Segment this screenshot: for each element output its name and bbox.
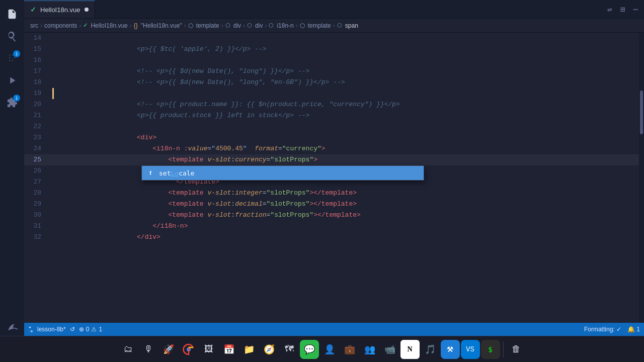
breadcrumb-i18n-n[interactable]: i18n-n bbox=[277, 22, 293, 29]
code-line-31[interactable]: 31 </div> bbox=[24, 221, 639, 232]
branch-item[interactable]: lesson-8b* bbox=[28, 326, 66, 333]
code-line-32[interactable]: 32 bbox=[24, 232, 639, 243]
gutter-31 bbox=[49, 221, 56, 232]
contacts-dock-icon[interactable]: 👤 bbox=[320, 340, 339, 359]
xcode-dock-icon[interactable]: ⚒ bbox=[441, 340, 460, 359]
formatter-item[interactable]: Formatting: ✓ bbox=[584, 326, 621, 333]
safari-dock-icon[interactable]: 🧭 bbox=[260, 340, 279, 359]
breadcrumb-template-icon2: ⬡ bbox=[300, 22, 305, 29]
code-line-29[interactable]: 29 <template v-slot:fraction="slotProps"… bbox=[24, 199, 639, 210]
source-control-toolbar-icon[interactable]: ⇌ bbox=[605, 3, 614, 17]
breadcrumb-quoted-filename[interactable]: "HelloI18n.vue" bbox=[141, 22, 182, 29]
code-line-22[interactable]: 22 <div> bbox=[24, 121, 639, 132]
breadcrumb-div1[interactable]: div bbox=[233, 22, 241, 29]
code-line-16[interactable]: 16 <!-- <p>{{ $d(new Date(), "long") }}<… bbox=[24, 55, 639, 66]
notion-dock-icon[interactable]: N bbox=[400, 340, 420, 359]
line-num-30: 30 bbox=[24, 210, 49, 221]
status-right: Formatting: ✓ 🔔 1 bbox=[584, 326, 640, 333]
photos-dock-icon[interactable]: 🖼 bbox=[199, 340, 218, 359]
autocomplete-item-icon: f bbox=[146, 168, 155, 177]
files-icon[interactable] bbox=[2, 4, 22, 24]
line-content-25: <span>{{slo}}</span> bbox=[56, 154, 639, 165]
breadcrumb-sep1: › bbox=[40, 22, 42, 29]
line-content-16: <!-- <p>{{ $d(new Date(), "long") }}</p>… bbox=[56, 55, 639, 66]
error-count: 0 bbox=[86, 326, 90, 333]
breadcrumb-filename[interactable]: HelloI18n.vue bbox=[91, 22, 127, 29]
line-num-25: 25 bbox=[24, 154, 49, 165]
siri-dock-icon[interactable]: 🎙 bbox=[139, 340, 158, 359]
vue-file-icon: ✓ bbox=[83, 22, 88, 29]
line-num-24: 24 bbox=[24, 143, 49, 154]
gutter-20 bbox=[49, 99, 56, 110]
music-dock-icon[interactable]: 🎵 bbox=[421, 340, 440, 359]
code-line-30[interactable]: 30 </i18n-n> bbox=[24, 210, 639, 221]
code-line-28[interactable]: 28 <template v-slot:decimal="slotProps">… bbox=[24, 188, 639, 199]
remote-icon[interactable] bbox=[2, 316, 22, 336]
line-content-24: <template v-slot:currency="slotProps"> bbox=[56, 143, 639, 154]
line-content-22: <div> bbox=[56, 121, 639, 132]
autocomplete-dropdown[interactable]: f setLocale bbox=[141, 165, 424, 180]
vscode-dock-icon[interactable]: VS bbox=[461, 340, 480, 359]
line-num-16: 16 bbox=[24, 55, 49, 66]
code-line-20[interactable]: 20 <p>{{ product.stock }} left in stock<… bbox=[24, 99, 639, 110]
finder-dock-icon[interactable]: 🗂 bbox=[119, 340, 138, 359]
trash-dock-icon[interactable]: 🗑 bbox=[507, 340, 526, 359]
sync-item[interactable]: ↺ bbox=[70, 326, 75, 333]
code-line-18[interactable]: 18 bbox=[24, 77, 639, 88]
line-num-31: 31 bbox=[24, 221, 49, 232]
line-num-28: 28 bbox=[24, 188, 49, 199]
code-line-14[interactable]: 14 <p>{{ $tc( 'apple', 2) }}</p> --> bbox=[24, 33, 639, 44]
extensions-icon[interactable]: 1 bbox=[2, 93, 22, 113]
errors-item[interactable]: ⊗ 0 ⚠ 1 bbox=[79, 326, 102, 333]
code-line-17[interactable]: 17 <!-- <p>{{ $d(new Date(), "long", "en… bbox=[24, 66, 639, 77]
search-icon[interactable] bbox=[2, 26, 22, 46]
code-line-21[interactable]: 21 bbox=[24, 110, 639, 121]
breadcrumb-src[interactable]: src bbox=[30, 22, 38, 29]
breadcrumb-template[interactable]: template bbox=[196, 22, 219, 29]
extensions-badge: 1 bbox=[13, 95, 20, 102]
code-line-19[interactable]: 19 <!-- <p>{{ product.name }}: {{ $n(pro… bbox=[24, 88, 639, 99]
breadcrumb-sep9: › bbox=[333, 22, 335, 29]
code-line-24[interactable]: 24 <template v-slot:currency="slotProps"… bbox=[24, 143, 639, 154]
scrollbar-thumb[interactable] bbox=[640, 90, 643, 134]
breadcrumb-span[interactable]: span bbox=[345, 22, 358, 29]
calendar-dock-icon[interactable]: 📅 bbox=[219, 340, 238, 359]
source-control-icon[interactable]: 1 bbox=[2, 48, 22, 68]
code-line-25[interactable]: 25 <span>{{slo}}</span> bbox=[24, 154, 639, 165]
status-bar: lesson-8b* ↺ ⊗ 0 ⚠ 1 Formatting: ✓ 🔔 1 bbox=[24, 323, 644, 336]
split-editor-icon[interactable]: ⊞ bbox=[618, 3, 627, 17]
teams-dock-icon[interactable]: 👥 bbox=[360, 340, 379, 359]
gutter-18 bbox=[49, 77, 56, 88]
scrollbar-track[interactable] bbox=[639, 33, 644, 323]
gutter-24 bbox=[49, 143, 56, 154]
line-content-17: <!-- <p>{{ $d(new Date(), "long", "en-GB… bbox=[56, 66, 639, 77]
line-num-19: 19 bbox=[24, 88, 49, 99]
more-actions-icon[interactable]: ⋯ bbox=[631, 3, 640, 17]
gutter-32 bbox=[49, 232, 56, 243]
breadcrumb-sep2: › bbox=[79, 22, 81, 29]
chrome-dock-icon[interactable] bbox=[179, 340, 198, 359]
breadcrumb-components[interactable]: components bbox=[44, 22, 77, 29]
launchpad-dock-icon[interactable]: 🚀 bbox=[159, 340, 178, 359]
file-tab[interactable]: ✓ HelloI18n.vue bbox=[24, 1, 95, 18]
messages-dock-icon[interactable]: 💬 bbox=[300, 340, 319, 359]
line-num-22: 22 bbox=[24, 121, 49, 132]
code-line-15[interactable]: 15 bbox=[24, 44, 639, 55]
line-num-14: 14 bbox=[24, 33, 49, 44]
slack-dock-icon[interactable]: 💼 bbox=[340, 340, 359, 359]
autocomplete-item-setlocale[interactable]: f setLocale bbox=[142, 166, 424, 180]
breadcrumb-div2[interactable]: div bbox=[255, 22, 263, 29]
line-content-23: <i18n-n :value="4500.45" format="currenc… bbox=[56, 132, 639, 143]
breadcrumb-div-icon1: ⬡ bbox=[225, 22, 230, 29]
terminal-dock-icon[interactable]: $ bbox=[481, 340, 500, 359]
code-area[interactable]: 14 <p>{{ $tc( 'apple', 2) }}</p> --> 15 … bbox=[24, 33, 639, 323]
finder2-dock-icon[interactable]: 📁 bbox=[239, 340, 259, 359]
zoom-dock-icon[interactable]: 📹 bbox=[380, 340, 399, 359]
breadcrumb-template2[interactable]: template bbox=[308, 22, 331, 29]
maps-dock-icon[interactable]: 🗺 bbox=[280, 340, 299, 359]
code-line-23[interactable]: 23 <i18n-n :value="4500.45" format="curr… bbox=[24, 132, 639, 143]
run-debug-icon[interactable] bbox=[2, 70, 22, 90]
vue-icon: ✓ bbox=[30, 6, 36, 14]
notifications-item[interactable]: 🔔 1 bbox=[627, 326, 640, 333]
line-num-17: 17 bbox=[24, 66, 49, 77]
